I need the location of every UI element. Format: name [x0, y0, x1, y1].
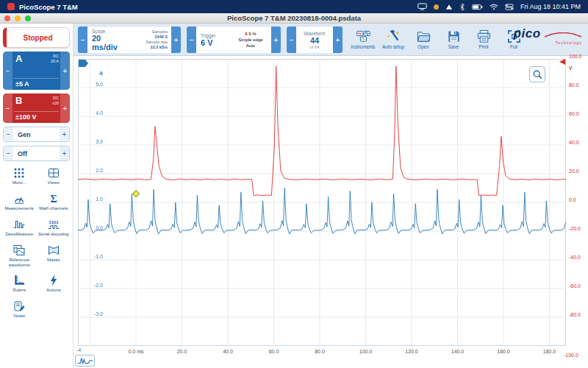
save-icon — [447, 29, 461, 43]
mini-waveform-icon — [76, 356, 94, 365]
app-icon[interactable] — [7, 3, 15, 10]
macos-menu-bar: PicoScope 7 T&M Fri Aug 18 10:41 PM — [0, 0, 588, 13]
waveform-next-button[interactable]: + — [333, 26, 343, 53]
channel-a-decrease-button[interactable]: − — [3, 52, 12, 90]
bluetooth-icon[interactable] — [459, 3, 465, 11]
svg-text:1101: 1101 — [49, 219, 59, 224]
waveform-plot[interactable] — [78, 59, 566, 346]
control-center-icon[interactable] — [505, 4, 514, 10]
scope-graph-area[interactable]: 5.04.03.02.01.00.0-1.0-2.0-3.0A-4100.080… — [74, 56, 588, 368]
waveform-label: Waveform — [304, 31, 325, 36]
auto-setup-button[interactable]: Auto setup — [379, 25, 408, 54]
logic-decrease-button[interactable]: − — [4, 146, 13, 160]
toolbar-button-label: Open — [417, 44, 429, 49]
toolbar-button-label: Instruments — [351, 44, 376, 49]
trigger-auto: Auto — [234, 43, 267, 49]
sidebar-tool-serial-decoding[interactable]: 1101Serial decoding — [37, 219, 71, 237]
x-axis-tick: 140.0 — [440, 349, 476, 354]
picoscope-app-window: PicoScope 7 T&M Fri Aug 18 10:41 PM Pico… — [0, 0, 588, 368]
menu-bar-clock[interactable]: Fri Aug 18 10:41 PM — [520, 3, 581, 10]
sidebar-tool-label: More... — [12, 180, 26, 185]
sidebar-tool-actions[interactable]: Actions — [37, 275, 71, 293]
sidebar-tool-deepmeasure[interactable]: DeepMeasure — [3, 219, 36, 237]
right-axis-tick: 100.0 — [569, 54, 582, 59]
display-icon[interactable] — [417, 3, 427, 10]
pico-logo: pico Technology — [514, 27, 582, 45]
trigger-increase-button[interactable]: + — [271, 26, 281, 53]
left-axis-bottom-label: -4 — [76, 347, 81, 353]
sidebar-tool-rulers[interactable]: Rulers — [3, 275, 36, 293]
channel-a-increase-button[interactable]: + — [60, 52, 70, 90]
sample-rate-value: 12.2 kS/s — [135, 45, 168, 50]
menu-bar-app-name[interactable]: PicoScope 7 T&M — [19, 3, 78, 11]
measurements-icon — [13, 193, 25, 205]
save-button[interactable]: Save — [439, 25, 468, 54]
sample-rate-label: Sample rate — [135, 40, 168, 45]
channel-a-info[interactable]: A DC 20 A ±5 A — [12, 52, 60, 90]
left-axis-tick: 2.0 — [84, 168, 103, 173]
sidebar-tool-notes[interactable]: Notes — [3, 300, 36, 319]
timebase-value: 20 ms/div — [92, 34, 127, 52]
right-axis-tick: 40.0 — [569, 140, 579, 145]
right-axis-tick: -80.0 — [569, 312, 581, 317]
sidebar-tool-views[interactable]: Views — [37, 167, 71, 185]
sidebar-tool-masks[interactable]: Masks — [37, 244, 71, 268]
stopped-button[interactable]: Stopped — [3, 27, 70, 48]
airplay-icon[interactable] — [445, 4, 453, 10]
sidebar-tool-math-channels[interactable]: ΣMath channels — [37, 193, 71, 211]
x-axis-tick: 100.0 — [348, 349, 384, 354]
waveform-box[interactable]: Waveform 44 of 64 — [296, 26, 333, 53]
instruments-button[interactable]: Instruments — [348, 25, 378, 54]
timebase-box[interactable]: Scope 20 ms/div — [87, 26, 132, 53]
channel-a-range: ±5 A — [14, 78, 59, 88]
right-axis-tick: 60.0 — [569, 111, 579, 116]
timebase-increase-button[interactable]: + — [171, 26, 181, 53]
pico-brand-text: pico — [514, 26, 541, 40]
channel-b-info[interactable]: B DC x20 ±100 V — [12, 93, 60, 123]
channel-a-panel: − A DC 20 A ±5 A + — [3, 52, 70, 90]
waveform-previous-button[interactable]: − — [287, 26, 296, 53]
print-button[interactable]: Print — [469, 25, 498, 54]
x-axis-tick: 160.0 — [485, 349, 522, 354]
waveform-controls: − Waveform 44 of 64 + — [287, 26, 343, 53]
generator-decrease-button[interactable]: − — [4, 127, 13, 141]
instruments-icon — [356, 29, 370, 43]
scope-controls: − Scope 20 ms/div Samples 2446 S Sample … — [78, 26, 181, 53]
masks-icon — [48, 244, 60, 256]
trigger-box[interactable]: Trigger 6 V — [196, 26, 230, 53]
maximize-button[interactable] — [25, 15, 31, 21]
trigger-label: Trigger — [201, 33, 226, 38]
open-button[interactable]: Open — [409, 25, 438, 54]
logic-increase-button[interactable]: + — [60, 146, 69, 160]
screen-record-icon[interactable] — [434, 4, 439, 10]
sidebar-tool-more[interactable]: More... — [3, 167, 36, 185]
waveform-overview-button[interactable] — [75, 355, 95, 367]
x-axis-tick: 20.0 — [164, 349, 201, 354]
scope-label: Scope — [92, 29, 127, 34]
timebase-decrease-button[interactable]: − — [78, 26, 87, 53]
trigger-mode-box[interactable]: 8 9 % Simple edge Auto — [230, 26, 271, 53]
toolbar-buttons: InstrumentsAuto setupOpenSavePrintFull — [348, 25, 528, 54]
generator-increase-button[interactable]: + — [60, 127, 69, 141]
sidebar-tool-label: Reference waveforms — [3, 258, 36, 268]
left-axis-tick: 5.0 — [84, 82, 103, 87]
battery-icon[interactable] — [472, 4, 483, 10]
logic-label[interactable]: Off — [13, 146, 60, 160]
left-axis-tick: 1.0 — [84, 197, 103, 202]
sidebar-tool-reference-waveforms[interactable]: Reference waveforms — [3, 244, 36, 268]
right-axis-tick: -60.0 — [569, 283, 581, 289]
toolbar-button-label: Full — [510, 44, 517, 49]
auto-setup-icon — [387, 29, 401, 43]
print-icon — [477, 29, 491, 43]
samples-box[interactable]: Samples 2446 S Sample rate 12.2 kS/s — [132, 26, 171, 53]
actions-icon — [48, 275, 60, 286]
trigger-decrease-button[interactable]: − — [187, 26, 196, 53]
minimize-button[interactable] — [15, 15, 21, 21]
channel-b-decrease-button[interactable]: − — [3, 93, 12, 123]
zoom-button[interactable] — [529, 66, 545, 82]
close-button[interactable] — [4, 15, 10, 21]
sidebar-tool-measurements[interactable]: Measurements — [3, 193, 36, 211]
wifi-icon[interactable] — [490, 4, 498, 10]
generator-label[interactable]: Gen — [13, 127, 60, 141]
channel-b-increase-button[interactable]: + — [60, 93, 70, 123]
